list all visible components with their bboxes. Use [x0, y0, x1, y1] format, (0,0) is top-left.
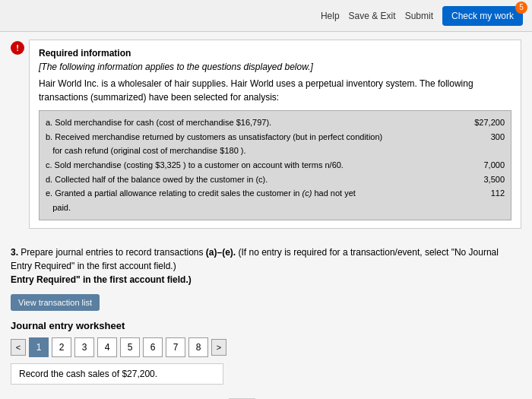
required-info-subtitle: [The following information applies to th…: [39, 62, 511, 72]
transaction-amount-b: 300: [467, 130, 505, 158]
question-emphasis: Entry Required" in the first account fie…: [11, 274, 192, 285]
check-my-work-button[interactable]: Check my work 5: [442, 6, 523, 26]
tab-4[interactable]: 4: [97, 337, 117, 357]
save-exit-link[interactable]: Save & Exit: [349, 11, 396, 21]
top-bar: Help Save & Exit Submit Check my work 5: [0, 0, 532, 32]
tab-3[interactable]: 3: [74, 337, 94, 357]
tab-8[interactable]: 8: [188, 337, 208, 357]
transaction-amount-c: 7,000: [467, 158, 505, 173]
transaction-amount-d: 3,500: [467, 173, 505, 187]
transaction-text-d: d. Collected half of the balance owed by…: [46, 173, 467, 187]
question-number: 3.: [11, 247, 18, 258]
transaction-text-e: e. Granted a partial allowance relating …: [46, 186, 467, 214]
tabs-row: < 1 2 3 4 5 6 7 8 >: [11, 337, 521, 357]
top-bar-links: Help Save & Exit Submit Check my work 5: [321, 6, 523, 26]
tab-prev-button[interactable]: <: [11, 339, 26, 356]
transaction-row-b: b. Received merchandise returned by cust…: [46, 130, 505, 158]
check-my-work-label: Check my work: [451, 11, 514, 21]
transaction-row-e: e. Granted a partial allowance relating …: [46, 186, 505, 214]
transaction-row-d: d. Collected half of the balance owed by…: [46, 173, 505, 187]
required-info-description: Hair World Inc. is a wholesaler of hair …: [39, 77, 511, 104]
transaction-text-c: c. Sold merchandise (costing $3,325 ) to…: [46, 158, 467, 173]
transaction-text-b: b. Received merchandise returned by cust…: [46, 130, 467, 158]
submit-link[interactable]: Submit: [405, 11, 433, 21]
transaction-amount-a: $27,200: [467, 116, 505, 130]
view-transaction-list-button[interactable]: View transaction list: [11, 294, 100, 311]
transaction-row-c: c. Sold merchandise (costing $3,325 ) to…: [46, 158, 505, 173]
required-info-title: Required information: [39, 48, 511, 59]
tab-next-button[interactable]: >: [211, 339, 226, 356]
question-section: 3. Prepare journal entries to record tra…: [11, 245, 521, 287]
check-badge: 5: [515, 2, 527, 14]
record-cash-box: Record the cash sales of $27,200.: [11, 363, 223, 385]
transaction-row-a: a. Sold merchandise for cash (cost of me…: [46, 116, 505, 130]
bottom-pagination: < Prev 6 7 of 11 Next >: [11, 394, 521, 399]
main-content: ! Required information [The following in…: [0, 32, 532, 399]
tab-1[interactable]: 1: [29, 337, 49, 357]
warning-icon: !: [11, 41, 24, 55]
warning-row: ! Required information [The following in…: [11, 40, 521, 239]
tab-7[interactable]: 7: [166, 337, 185, 357]
tab-5[interactable]: 5: [120, 337, 140, 357]
help-link[interactable]: Help: [321, 11, 340, 21]
transactions-table: a. Sold merchandise for cash (cost of me…: [39, 110, 511, 220]
required-info-box: Required information [The following info…: [29, 40, 521, 229]
tab-6[interactable]: 6: [143, 337, 163, 357]
transaction-text-a: a. Sold merchandise for cash (cost of me…: [46, 116, 467, 130]
transaction-amount-e: 112: [467, 186, 505, 214]
tab-2[interactable]: 2: [52, 337, 71, 357]
journal-title: Journal entry worksheet: [11, 320, 521, 331]
